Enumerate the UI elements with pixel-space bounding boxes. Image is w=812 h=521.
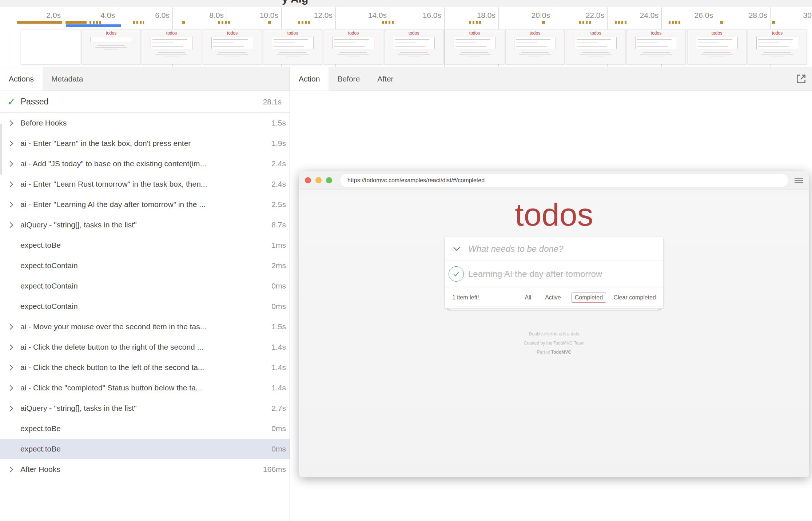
toggle-all-chevron-icon[interactable] (445, 247, 468, 250)
timeline-mark-dot (268, 21, 271, 24)
action-duration: 166ms (263, 465, 286, 474)
url-text: https://todomvc.com/examples/react/dist/… (347, 177, 485, 184)
action-row[interactable]: expect.toBe0ms (0, 418, 290, 439)
action-row[interactable]: expect.toContain0ms (0, 276, 290, 296)
tab-actions[interactable]: Actions (0, 67, 43, 91)
expand-chevron-icon[interactable] (0, 182, 20, 186)
address-bar[interactable]: https://todomvc.com/examples/react/dist/… (340, 174, 788, 187)
action-title: ai - Add "JS today" to base on the exist… (20, 159, 266, 168)
action-duration: 8.7s (271, 220, 286, 229)
browser-menu-icon[interactable] (795, 178, 803, 183)
action-row[interactable]: aiQuery - "string[], tasks in the list"8… (0, 215, 290, 235)
timeline-tick-label: 12.0s (281, 11, 333, 20)
filmstrip-thumbnail[interactable]: todos (324, 29, 383, 64)
action-row[interactable]: expect.toContain0ms (0, 296, 290, 317)
action-row[interactable]: ai - Enter "Learn Rust tomorrow" in the … (0, 174, 290, 194)
expand-chevron-icon[interactable] (0, 121, 20, 125)
info-line: Double-click to edit a todo (299, 330, 809, 339)
timeline-tick-label: 2.0s (9, 11, 61, 20)
expand-chevron-icon[interactable] (0, 223, 20, 227)
filmstrip-thumbnail[interactable]: todos (748, 29, 807, 64)
action-row[interactable]: ai - Move your mouse over the second ite… (0, 317, 290, 337)
filmstrip-thumbnail[interactable]: todos (203, 29, 262, 64)
expand-chevron-icon[interactable] (0, 325, 20, 329)
expand-chevron-icon[interactable] (0, 142, 20, 146)
timeline-mark-dashes (298, 21, 311, 24)
todo-card: What needs to be done? Learning AI the d… (445, 237, 663, 308)
timeline-mark-dot (720, 21, 723, 24)
action-row[interactable]: ai - Click the check button to the left … (0, 357, 290, 378)
clear-completed-button[interactable]: Clear completed (614, 294, 656, 301)
expand-chevron-icon[interactable] (0, 162, 20, 166)
action-row[interactable]: ai - Add "JS today" to base on the exist… (0, 154, 290, 174)
timeline-tick-label: 26.0s (661, 11, 713, 20)
action-row[interactable]: expect.toContain2ms (0, 255, 290, 276)
expand-chevron-icon[interactable] (0, 386, 20, 390)
action-row[interactable]: ai - Click the delete button to the righ… (0, 337, 290, 357)
action-title: ai - Move your mouse over the second ite… (20, 322, 266, 331)
timeline[interactable]: 2.0s4.0s6.0s8.0s10.0s12.0s14.0s16.0s18.0… (0, 7, 812, 67)
timeline-selection-bar (66, 24, 121, 27)
filter-active[interactable]: Active (542, 293, 564, 303)
maximize-window-icon[interactable] (326, 177, 332, 183)
filmstrip-thumbnail[interactable] (21, 29, 80, 64)
filmstrip-thumbnail[interactable]: todos (445, 29, 504, 64)
timeline-tick-label: 8.0s (172, 11, 224, 20)
action-title: ai - Click the check button to the left … (20, 363, 266, 372)
timeline-tick-label: 18.0s (444, 11, 495, 20)
timeline-mark-solid (65, 21, 87, 24)
filmstrip-thumbnail[interactable]: todos (626, 29, 686, 64)
expand-chevron-icon[interactable] (0, 406, 20, 410)
todo-filters: All Active Completed (514, 293, 614, 303)
thumbnail-todos-title: todos (142, 31, 201, 36)
action-row[interactable]: ai - Enter "Learning AI the day after to… (0, 194, 290, 215)
expand-chevron-icon[interactable] (0, 345, 20, 349)
action-duration: 0ms (271, 445, 286, 453)
action-row[interactable]: expect.toBe1ms (0, 235, 290, 255)
action-row[interactable]: Before Hooks1.5s (0, 113, 290, 133)
minimize-window-icon[interactable] (315, 177, 322, 183)
action-duration: 2.7s (271, 404, 286, 413)
expand-chevron-icon[interactable] (0, 468, 20, 472)
filmstrip-thumbnail[interactable]: todos (263, 29, 322, 64)
filter-completed[interactable]: Completed (572, 293, 606, 303)
open-snapshot-external-icon[interactable] (795, 73, 807, 85)
action-row[interactable]: aiQuery - "string[], tasks in the list"2… (0, 398, 290, 418)
tab-metadata[interactable]: Metadata (43, 67, 92, 91)
filmstrip-thumbnail[interactable]: todos (81, 29, 141, 64)
todos-app-title: todos (299, 196, 809, 233)
filmstrip-thumbnail[interactable]: todos (142, 29, 201, 64)
action-row[interactable]: ai - Click the "completed" Status button… (0, 378, 290, 398)
tab-action[interactable]: Action (290, 67, 329, 91)
todo-item-text: Learning AI the day after tomorrow (468, 269, 602, 279)
action-title: ai - Enter "Learn" in the task box, don'… (20, 139, 266, 148)
new-todo-input[interactable]: What needs to be done? (445, 237, 663, 260)
filter-all[interactable]: All (521, 293, 534, 303)
card-stack-sheet (449, 309, 659, 311)
filmstrip-thumbnail[interactable]: todos (566, 29, 625, 64)
filmstrip-thumbnail[interactable]: todos (505, 29, 565, 64)
action-row[interactable]: After Hooks166ms (0, 459, 290, 480)
tab-before[interactable]: Before (329, 67, 369, 91)
timeline-tick-label: 22.0s (553, 11, 604, 20)
timeline-tick-label: 16.0s (390, 11, 441, 20)
expand-chevron-icon[interactable] (0, 366, 20, 370)
expand-chevron-icon[interactable] (0, 203, 20, 207)
timeline-mark-dashes (469, 21, 482, 24)
timeline-mark-dashes (382, 21, 395, 24)
close-window-icon[interactable] (305, 177, 311, 183)
scrollbar-thumb[interactable] (0, 124, 2, 175)
timeline-gridline (6, 7, 6, 67)
clipped-header-strip: y Alg (0, 0, 812, 7)
action-row[interactable]: ai - Enter "Learn" in the task box, don'… (0, 133, 290, 154)
action-row[interactable]: expect.toBe0ms (0, 439, 290, 459)
filmstrip-thumbnail[interactable]: todos (384, 29, 443, 64)
todo-checked-icon[interactable] (449, 266, 464, 282)
action-title: aiQuery - "string[], tasks in the list" (20, 404, 266, 413)
action-title: ai - Click the "completed" Status button… (20, 383, 266, 392)
todo-item[interactable]: Learning AI the day after tomorrow (445, 260, 663, 287)
action-duration: 2.4s (271, 180, 286, 188)
filmstrip-thumbnail[interactable]: todos (687, 29, 747, 64)
info-line: Created by the TodoMVC Team (299, 339, 809, 348)
tab-after[interactable]: After (369, 67, 402, 91)
